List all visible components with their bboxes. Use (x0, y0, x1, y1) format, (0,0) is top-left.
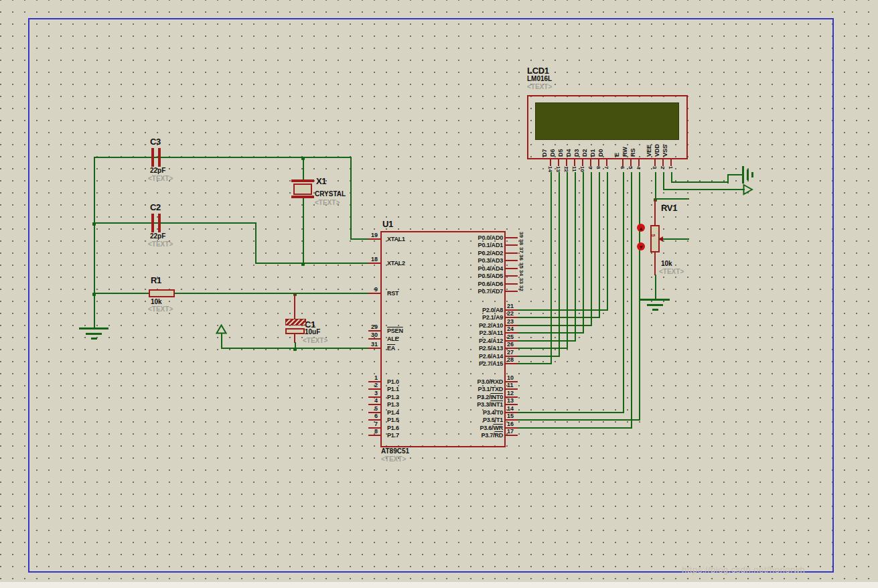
u1-pin-P1.1-label: P1.1 (387, 386, 399, 392)
u1-pin-P3.0/RXD-label: P3.0/RXD (402, 378, 503, 385)
capacitor-c2-plate-right[interactable] (158, 214, 161, 232)
pot-rv1-wiper-arrow (658, 236, 663, 242)
power-terminal-up-icon[interactable] (216, 324, 227, 334)
lcd1-pin-VEE-label: VEE (646, 145, 652, 157)
pot-rv1-increase-button[interactable]: ▲ (637, 224, 645, 232)
u1-pin-P3.5/T1-label: P3.5/T1 (402, 417, 503, 423)
schematic-sheet: 5 ▲ ▼ C3 22pF <TEXT> C2 22pF <TEXT> X1 C… (0, 0, 878, 588)
u1-pin-P1.2-label: P1.2 (387, 394, 399, 400)
lcd1-pin-D7-label: D7 (542, 149, 548, 157)
lcd1-pin-VSS-label: VSS (662, 145, 668, 157)
power-terminal-right-icon[interactable] (743, 183, 753, 196)
window-edge (0, 582, 878, 588)
u1-pin-ALE-label: ALE (387, 336, 398, 342)
u1-pin-P0.4/AD4-label: P0.4/AD4 (402, 265, 503, 272)
u1-pin-P2.7/A15-label: P2.7/A15 (402, 360, 503, 367)
lcd1-pin-D0-label: D0 (598, 149, 604, 157)
u1-pin-P3.2/INT0-label: P3.2/INT0 (402, 394, 503, 400)
u1-pin-P0.6/AD6-label: P0.6/AD6 (402, 281, 503, 287)
u1-pin-P2.0/A8-label: P2.0/A8 (402, 307, 503, 313)
u1-pin-P1.0-label: P1.0 (387, 378, 399, 385)
u1-pin-P0.3/AD3-label: P0.3/AD3 (402, 257, 503, 264)
u1-pin-P0.2/AD2-label: P0.2/AD2 (402, 250, 503, 256)
lcd1-pin-D5-label: D5 (558, 149, 564, 157)
u1-pin-P3.4/T0-label: P3.4/T0 (402, 409, 503, 416)
capacitor-c3-plate-left[interactable] (151, 148, 154, 167)
lcd1-pin-RW-label: RW (622, 147, 628, 157)
capacitor-c3-plate-right[interactable] (158, 148, 161, 167)
lcd1-pin-RS-label: RS (630, 148, 636, 157)
u1-pin-P2.6/A14-label: P2.6/A14 (402, 353, 503, 360)
capacitor-c1-plate-positive[interactable] (285, 319, 306, 325)
pot-rv1-position-mark: 5 (651, 234, 656, 237)
u1-pin-P0.0/AD0-label: P0.0/AD0 (402, 234, 503, 241)
u1-pin-P0.1/AD1-label: P0.1/AD1 (402, 242, 503, 248)
u1-pin-EA-label: EA (387, 345, 395, 352)
u1-pin-P1.4-label: P1.4 (387, 409, 399, 416)
lcd1-pin-D3-label: D3 (574, 149, 580, 157)
resistor-r1-body[interactable] (149, 289, 175, 297)
u1-pin-P1.7-label: P1.7 (387, 432, 399, 439)
u1-pin-P3.3/INT1-label: P3.3/INT1 (402, 401, 503, 408)
u1-pin-P0.7/AD7-label: P0.7/AD7 (402, 288, 503, 295)
u1-pin-P1.6-label: P1.6 (387, 425, 399, 431)
capacitor-c2-plate-left[interactable] (151, 214, 154, 232)
u1-pin-P2.3/A11-label: P2.3/A11 (402, 329, 503, 336)
pot-rv1-decrease-button[interactable]: ▼ (637, 242, 645, 250)
watermark: https://blog.csdn.net/honorwh (682, 565, 805, 575)
u1-pin-P3.7/RD-label: P3.7/RD (402, 432, 503, 439)
u1-pin-P2.4/A12-label: P2.4/A12 (402, 338, 503, 344)
crystal-x1-bottom-bar[interactable] (291, 196, 314, 198)
lcd1-pin-D6-label: D6 (550, 149, 556, 157)
crystal-x1-body[interactable] (293, 183, 312, 195)
u1-pin-P1.3-label: P1.3 (387, 401, 399, 408)
u1-pin-RST-label: RST (387, 290, 398, 297)
u1-pin-P2.5/A13-label: P2.5/A13 (402, 345, 503, 352)
u1-pin-P3.6/WR-label: P3.6/WR (402, 425, 503, 431)
u1-pin-P2.1/A9-label: P2.1/A9 (402, 314, 503, 321)
lcd1-pin-D2-label: D2 (582, 149, 588, 157)
lcd1-pin-VDD-label: VDD (654, 144, 660, 157)
u1-pin-P0.5/AD5-label: P0.5/AD5 (402, 273, 503, 279)
u1-pin-P1.5-label: P1.5 (387, 417, 399, 423)
u1-pin-P3.1/TXD-label: P3.1/TXD (402, 386, 503, 392)
lcd1-pin-E-label: E (614, 153, 620, 157)
lcd1-pin-D4-label: D4 (566, 149, 572, 157)
u1-pin-P2.2/A10-label: P2.2/A10 (402, 322, 503, 329)
lcd1-pin-D1-label: D1 (590, 149, 596, 157)
capacitor-c1-plate-negative[interactable] (285, 328, 305, 334)
crystal-x1-top-bar[interactable] (291, 179, 314, 182)
u1-pin-PSEN-label: PSEN (387, 327, 403, 334)
